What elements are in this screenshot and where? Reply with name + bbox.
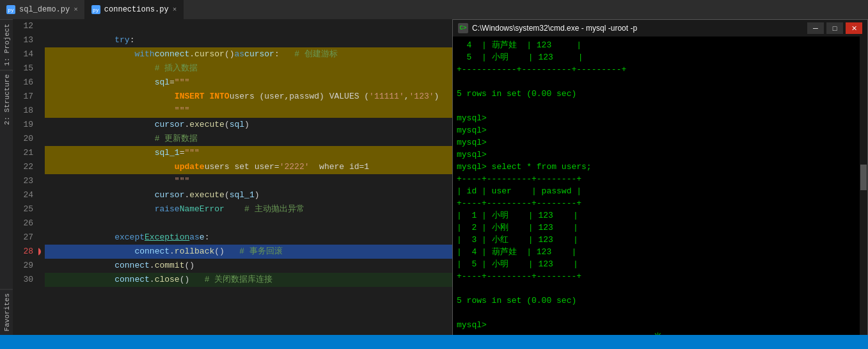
breakpoint-28 (38, 248, 41, 256)
line-num-28: 28 (13, 245, 33, 259)
line-num-16: 16 (13, 76, 33, 90)
line-num-14: 14 (13, 47, 33, 61)
line-num-20: 20 (13, 132, 33, 146)
sidebar-project[interactable]: 1: Project (0, 19, 13, 70)
cmd-line-17: | 3 | 小红 | 123 | (457, 234, 864, 246)
cmd-line-4 (457, 76, 864, 88)
tab-close-connections[interactable]: × (173, 6, 177, 13)
cmd-line-18: | 4 | 葫芦娃 | 123 | (457, 246, 864, 258)
cmd-scrollbar[interactable] (860, 37, 867, 335)
cmd-line-21 (457, 282, 864, 295)
line-num-21: 21 (13, 146, 33, 160)
line-num-30: 30 (13, 273, 33, 287)
cmd-line-13: | id | user | passwd | (457, 185, 864, 197)
tab-label-sql-demo: sql_demo.py (19, 5, 70, 14)
line-numbers: 12 13 14 15 16 17 18 19 20 21 22 23 24 2… (13, 19, 38, 335)
cmd-scrollbar-thumb[interactable] (860, 165, 867, 190)
cmd-line-2: 5 | 小明 | 123 | (457, 51, 864, 63)
cmd-line-11: mysql> select * from users; (457, 161, 864, 173)
cmd-controls: ─ □ ✕ (807, 22, 862, 34)
line-num-26: 26 (13, 216, 33, 231)
cmd-line-3: +-----------+----------+---------+ (457, 63, 864, 76)
tab-icon-sql-demo: py (6, 5, 15, 14)
cmd-minimize-button[interactable]: ─ (807, 22, 824, 34)
cmd-title-left: C> C:\Windows\system32\cmd.exe - mysql -… (458, 23, 637, 33)
status-bar (0, 335, 868, 349)
line-num-29: 29 (13, 259, 33, 273)
tab-close-sql-demo[interactable]: × (74, 6, 78, 13)
cmd-close-button[interactable]: ✕ (846, 22, 862, 34)
line-num-13: 13 (13, 33, 33, 47)
line-num-12: 12 (13, 19, 33, 33)
line-num-22: 22 (13, 160, 33, 174)
cmd-line-20: +----+---------+--------+ (457, 270, 864, 282)
cmd-line-14: +----+---------+--------+ (457, 197, 864, 209)
cmd-line-5: 5 rows in set (0.00 sec) (457, 88, 864, 100)
line-num-27: 27 (13, 231, 33, 245)
cmd-body: 4 | 葫芦娃 | 123 | 5 | 小明 | 123 | +--------… (453, 37, 867, 335)
cmd-title-text: C:\Windows\system32\cmd.exe - mysql -uro… (472, 24, 637, 33)
cmd-icon: C> (458, 23, 468, 33)
tab-connections[interactable]: py connections.py × (85, 0, 184, 19)
cmd-window: C> C:\Windows\system32\cmd.exe - mysql -… (452, 19, 868, 335)
cmd-line-10: mysql> (457, 149, 864, 161)
line-num-17: 17 (13, 90, 33, 104)
sidebar-structure[interactable]: 2: Structure (0, 70, 13, 129)
main-content: 1: Project 2: Structure Favorites 12 13 … (0, 19, 868, 335)
tab-bar: py sql_demo.py × py connections.py × (0, 0, 868, 19)
tab-sql-demo[interactable]: py sql_demo.py × (0, 0, 85, 19)
cmd-line-7: mysql> (457, 112, 864, 124)
line-num-23: 23 (13, 174, 33, 188)
cmd-line-8: mysql> (457, 124, 864, 136)
line-num-15: 15 (13, 61, 33, 76)
line-num-18: 18 (13, 104, 33, 118)
cmd-line-25: 半: (457, 331, 864, 335)
cmd-titlebar: C> C:\Windows\system32\cmd.exe - mysql -… (453, 20, 867, 37)
cmd-maximize-button[interactable]: □ (826, 22, 843, 34)
line-num-25: 25 (13, 202, 33, 216)
line-num-19: 19 (13, 118, 33, 132)
cmd-line-1: 4 | 葫芦娃 | 123 | (457, 39, 864, 51)
cmd-line-9: mysql> (457, 136, 864, 149)
cmd-line-23 (457, 307, 864, 319)
cmd-line-16: | 2 | 小刚 | 123 | (457, 222, 864, 234)
cmd-line-22: 5 rows in set (0.00 sec) (457, 295, 864, 307)
tab-label-connections: connections.py (104, 5, 169, 14)
cmd-line-19: | 5 | 小明 | 123 | (457, 258, 864, 270)
line-num-24: 24 (13, 188, 33, 202)
tab-icon-connections: py (91, 5, 100, 14)
left-sidebar: 1: Project 2: Structure Favorites (0, 19, 13, 335)
cmd-line-15: | 1 | 小明 | 123 | (457, 209, 864, 222)
sidebar-favorites[interactable]: Favorites (0, 289, 13, 335)
cmd-line-12: +----+---------+--------+ (457, 173, 864, 185)
cmd-line-24: mysql> (457, 319, 864, 331)
cmd-line-6 (457, 100, 864, 112)
